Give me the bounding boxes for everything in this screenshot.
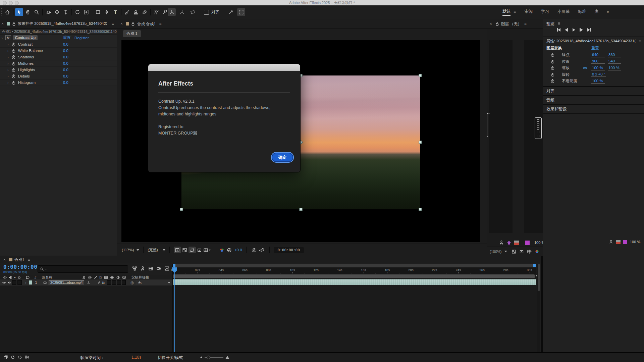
- frame-blend-icon[interactable]: [148, 266, 153, 271]
- lock-icon[interactable]: [12, 22, 16, 26]
- collapsed-panel-header[interactable]: 音频: [543, 96, 644, 105]
- motion-blur-toggle[interactable]: [112, 280, 116, 285]
- first-frame-button[interactable]: [557, 28, 560, 32]
- workspace-menu-icon[interactable]: ≡: [514, 9, 516, 14]
- fast-preview-icon[interactable]: [174, 247, 181, 253]
- layer-tab[interactable]: 图层 （无）: [501, 21, 522, 27]
- composition-view[interactable]: After Effects Contrast Up, v2.3.1Contras…: [121, 40, 480, 242]
- dolly-camera-tool[interactable]: [62, 8, 70, 16]
- last-frame-button[interactable]: [587, 28, 591, 32]
- panel-menu-icon[interactable]: ≡: [558, 21, 560, 26]
- effect-name[interactable]: Contrast Up: [13, 35, 38, 40]
- region-of-interest-icon[interactable]: [196, 247, 203, 253]
- workspace-tab[interactable]: 库: [594, 8, 598, 15]
- chevron-right-icon[interactable]: ›: [7, 81, 8, 85]
- work-area-end-handle[interactable]: [533, 264, 536, 267]
- property-value[interactable]: 0.0: [63, 68, 68, 72]
- chevron-right-icon[interactable]: ›: [7, 62, 8, 65]
- stopwatch-icon[interactable]: [11, 49, 16, 53]
- chevron-down-icon[interactable]: [163, 249, 165, 251]
- effect-controls-tab[interactable]: 效果控件 20250918_4fa8ec4ee167613b_534490423: [18, 21, 107, 28]
- transparency-grid-icon[interactable]: [181, 247, 189, 253]
- brackets-icon[interactable]: [17, 355, 22, 360]
- effect-register-link[interactable]: Register: [74, 36, 89, 40]
- close-tab-icon[interactable]: ×: [119, 21, 124, 26]
- current-timecode[interactable]: 0:00:00:00: [3, 264, 37, 270]
- view-axis-mode[interactable]: [189, 8, 197, 16]
- scale-arrow-icon[interactable]: [227, 8, 235, 16]
- eye-toggle[interactable]: [2, 280, 6, 285]
- transform-section-label[interactable]: 图层变换: [546, 46, 562, 51]
- mask-visibility-icon[interactable]: [189, 247, 196, 253]
- workspace-tab[interactable]: 默认: [502, 7, 511, 16]
- resolution-dropdown[interactable]: (完整): [148, 248, 158, 253]
- snapshot-stack-icon[interactable]: [3, 355, 8, 360]
- transform-row[interactable]: 锚点640360: [543, 52, 644, 58]
- snapshot-camera-icon[interactable]: [251, 247, 258, 253]
- panel-menu-icon[interactable]: ≡: [159, 21, 162, 26]
- hand-tool[interactable]: [24, 8, 32, 16]
- stopwatch-icon[interactable]: [11, 61, 16, 66]
- collapsed-panel-header[interactable]: 对齐: [543, 87, 644, 96]
- effect-property-row[interactable]: ›Details0.0: [0, 73, 117, 80]
- toggle-switches-button[interactable]: 切换开关/模式: [158, 355, 183, 361]
- clone-stamp-tool[interactable]: [132, 8, 140, 16]
- channel-rgb-icon[interactable]: [218, 247, 226, 253]
- pan-behind-tool[interactable]: [82, 8, 90, 16]
- stopwatch-icon[interactable]: [11, 74, 16, 79]
- composition-tab[interactable]: 合成 合成1: [137, 21, 156, 27]
- workspace-tab[interactable]: 小屏幕: [557, 8, 570, 15]
- play-button[interactable]: [573, 28, 575, 32]
- zoom-out-mountain-icon[interactable]: [200, 356, 203, 358]
- parent-link-column-header[interactable]: 父级和链接: [131, 275, 149, 280]
- work-area-bar[interactable]: [173, 274, 535, 278]
- snapping-checkbox[interactable]: [204, 10, 209, 15]
- lock-icon[interactable]: [495, 22, 499, 26]
- effect-reset-link[interactable]: 重置: [63, 35, 71, 40]
- lock-icon[interactable]: [131, 22, 135, 26]
- property-value[interactable]: 0.0: [63, 61, 68, 65]
- workspace-tab[interactable]: 标准: [578, 8, 586, 15]
- graph-editor-icon[interactable]: [164, 266, 169, 271]
- eraser-tool[interactable]: [141, 8, 149, 16]
- local-axis-mode[interactable]: [168, 8, 176, 16]
- transform-value-2[interactable]: 100 %: [608, 66, 621, 70]
- timeline-vertical-scrollbar[interactable]: [537, 264, 540, 352]
- property-value[interactable]: 0.0: [63, 55, 68, 59]
- property-value[interactable]: 0.0: [63, 81, 68, 85]
- transform-reset-link[interactable]: 重置: [591, 46, 599, 51]
- person-icon[interactable]: [609, 240, 613, 244]
- pen-tool[interactable]: [103, 8, 111, 16]
- viewer-timecode[interactable]: 0:00:00:00: [274, 247, 304, 253]
- guides-icon[interactable]: [527, 249, 532, 254]
- comp-navigator-button[interactable]: 合成 1: [123, 30, 141, 37]
- panel-menu-icon[interactable]: ≡: [639, 39, 641, 43]
- next-frame-button[interactable]: [580, 28, 583, 32]
- transform-row[interactable]: 位置960540: [543, 58, 644, 65]
- guides-icon[interactable]: [203, 247, 211, 253]
- solo-toggle[interactable]: [12, 280, 16, 285]
- rectangle-tool[interactable]: [94, 8, 102, 16]
- panel-menu-icon[interactable]: ≡: [524, 21, 527, 26]
- frame-blend-toggle[interactable]: [107, 280, 111, 285]
- stopwatch-icon[interactable]: [11, 42, 16, 47]
- timeline-search-input[interactable]: [38, 265, 128, 273]
- transform-value-1[interactable]: 100 %: [591, 79, 605, 84]
- transform-value-1[interactable]: 960: [591, 59, 605, 64]
- timeline-tab[interactable]: 合成1: [14, 257, 24, 262]
- orbit-camera-tool[interactable]: [44, 8, 52, 16]
- preview-title[interactable]: 预览: [546, 21, 554, 27]
- zoom-in-mountain-icon[interactable]: [225, 356, 229, 359]
- swatch-magenta-icon[interactable]: [525, 241, 530, 245]
- type-tool[interactable]: T: [111, 8, 119, 16]
- parent-dropdown[interactable]: 无: [136, 280, 172, 285]
- region-of-interest-icon[interactable]: [519, 249, 524, 254]
- tab-overflow-icon[interactable]: »: [112, 21, 114, 27]
- panel-drag-dots[interactable]: [535, 117, 542, 139]
- transparency-grid-icon[interactable]: [512, 249, 516, 254]
- selection-tool[interactable]: [15, 8, 23, 16]
- pick-whip-icon[interactable]: ◎: [130, 280, 134, 285]
- source-name-column-header[interactable]: 源名称: [42, 275, 53, 280]
- effect-property-row[interactable]: ›Contrast0.0: [0, 41, 117, 48]
- collapsed-panel-header[interactable]: 效果和预设: [543, 105, 644, 114]
